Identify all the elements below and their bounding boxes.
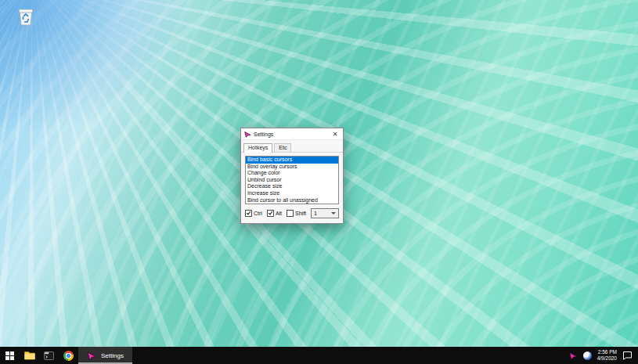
hotkey-listbox: Bind basic cursors Bind overlay cursors … [245, 156, 339, 204]
tab-strip: Hotkeys Etc [241, 140, 343, 153]
modifier-bar: Ctrl Alt Shift 1 [245, 208, 339, 218]
desktop-wallpaper: Settings ✕ Hotkeys Etc Bind basic cursor… [0, 0, 638, 347]
checkbox-checked-icon [267, 210, 274, 217]
checkbox-shift[interactable]: Shift [287, 210, 306, 217]
system-tray: 2:56 PM 4/9/2020 [569, 347, 638, 364]
tab-etc[interactable]: Etc [274, 143, 291, 152]
chevron-down-icon [331, 212, 336, 214]
checkbox-ctrl[interactable]: Ctrl [245, 210, 262, 217]
clock-date: 4/9/2020 [597, 355, 617, 362]
tab-hotkeys[interactable]: Hotkeys [243, 143, 272, 153]
checkbox-unchecked-icon [287, 210, 294, 217]
checkbox-label: Alt [276, 211, 282, 216]
action-center-icon[interactable] [622, 351, 633, 360]
recycle-bin-icon[interactable] [14, 6, 38, 34]
checkbox-alt[interactable]: Alt [267, 210, 282, 217]
start-button[interactable] [0, 347, 20, 364]
key-dropdown[interactable]: 1 [311, 208, 339, 218]
taskbar-settings-cursor-icon [87, 351, 97, 361]
command-prompt-icon [44, 351, 54, 360]
window-titlebar[interactable]: Settings ✕ [241, 128, 343, 140]
tray-cursor-icon[interactable] [569, 351, 578, 360]
taskbar-settings-button[interactable]: Settings [78, 347, 132, 364]
tray-cloud-icon[interactable] [583, 351, 592, 360]
app-cursor-icon [244, 131, 251, 138]
checkbox-label: Shift [295, 211, 306, 216]
close-icon[interactable]: ✕ [330, 129, 340, 139]
file-explorer-icon [24, 351, 35, 360]
chrome-icon [63, 351, 74, 361]
list-item[interactable]: Unbind cursor [246, 177, 338, 184]
chrome-button[interactable] [59, 347, 78, 364]
clock-time: 2:56 PM [597, 349, 617, 355]
checkbox-label: Ctrl [254, 211, 262, 216]
taskbar: Settings 2:56 PM 4/9/2020 [0, 347, 638, 364]
list-item[interactable]: Bind overlay cursors [246, 164, 338, 171]
windows-logo-icon [5, 351, 14, 360]
taskbar-clock[interactable]: 2:56 PM 4/9/2020 [597, 349, 617, 362]
file-explorer-button[interactable] [20, 347, 39, 364]
list-item[interactable]: Decrease size [246, 183, 338, 190]
settings-window: Settings ✕ Hotkeys Etc Bind basic cursor… [240, 128, 344, 224]
key-dropdown-value: 1 [314, 211, 317, 216]
taskbar-settings-label: Settings [101, 352, 124, 359]
window-title: Settings [254, 132, 273, 137]
list-item[interactable]: Increase size [246, 190, 338, 197]
list-item[interactable]: Bind basic cursors [246, 157, 338, 164]
list-item[interactable]: Change color [246, 170, 338, 177]
list-item[interactable]: Bind cursor to all unassigned [246, 197, 338, 204]
command-prompt-button[interactable] [39, 347, 59, 364]
checkbox-checked-icon [245, 210, 252, 217]
